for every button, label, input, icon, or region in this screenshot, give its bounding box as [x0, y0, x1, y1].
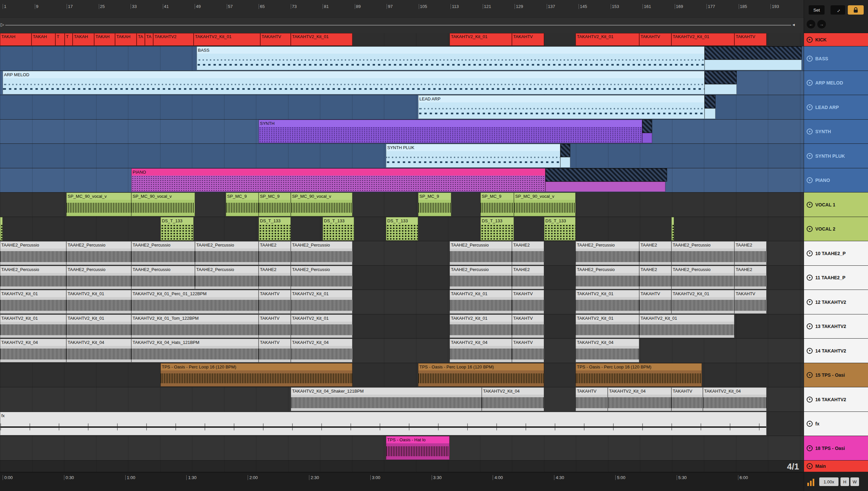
track-header-piano[interactable]: ▾PIANO — [804, 168, 868, 193]
clip[interactable]: fx — [0, 412, 766, 435]
clip[interactable]: SP_MC_9 — [259, 193, 291, 216]
clip[interactable]: SP_MC_90_vocal_v — [66, 193, 131, 216]
track-lane-vocal-1[interactable]: SP_MC_90_vocal_vSP_MC_90_vocal_vSP_MC_9S… — [0, 193, 804, 217]
clip[interactable]: TAKAHTV2_Kit_01 — [575, 290, 639, 314]
clip[interactable]: TAAHE2_Percussio — [291, 241, 352, 265]
clip[interactable]: SP_MC_9 — [418, 193, 451, 216]
clip[interactable] — [705, 71, 737, 84]
clip[interactable]: DS_T_133 — [544, 217, 575, 240]
clip[interactable]: TAKAHTV — [259, 314, 291, 338]
clip[interactable]: TAAHE2_Percussio — [131, 241, 195, 265]
track-header-lead-arp[interactable]: ▾LEAD ARP — [804, 95, 868, 120]
clip[interactable]: TAKAH — [94, 33, 115, 46]
track-lane-13-takahtv2[interactable]: TAKAHTV2_Kit_01TAKAHTV2_Kit_01TAKAHTV2_K… — [0, 314, 804, 339]
track-lane-arp-melod[interactable]: ARP MELOD — [0, 71, 804, 95]
track-lane-18-tps-oasi[interactable]: TPS - Oasis - Hat lo — [0, 436, 804, 461]
clip[interactable]: TAKAH — [115, 33, 137, 46]
clip[interactable]: DS_T_133 — [481, 217, 514, 240]
clip[interactable]: SP_MC_90_vocal_v — [131, 193, 195, 216]
clip[interactable]: DS_T_133 — [259, 217, 291, 240]
clip[interactable]: LEAD ARP — [418, 95, 705, 119]
clip[interactable] — [560, 144, 570, 157]
clip[interactable]: TAKAHTV — [671, 387, 703, 411]
clip[interactable]: TAKAHTV2_Kit_01 — [0, 290, 66, 314]
clip[interactable]: TAKAHTV2_Kit_01 — [291, 33, 352, 46]
lock-button[interactable] — [848, 5, 864, 15]
track-header-vocal-2[interactable]: ▾VOCAL 2 — [804, 217, 868, 241]
play-icon[interactable]: ▸ — [807, 37, 813, 43]
clip[interactable]: TAAHE2_Percussio — [575, 241, 639, 265]
clip[interactable]: DS_T_133 — [323, 217, 354, 240]
chevron-down-icon[interactable]: ▾ — [807, 445, 813, 451]
clip[interactable]: TAKAHTV — [259, 290, 291, 314]
clip[interactable]: BASS — [197, 47, 705, 70]
clip[interactable]: TAAHE2 — [259, 241, 291, 265]
clip[interactable] — [545, 181, 666, 192]
clip[interactable]: TAAHE2 — [512, 241, 544, 265]
clip[interactable]: TAAHE2 — [734, 241, 766, 265]
clip[interactable]: PIANO — [131, 168, 545, 192]
clip[interactable] — [705, 95, 715, 108]
clip[interactable]: SP_MC_90_vocal_v — [291, 193, 352, 216]
chevron-down-icon[interactable]: ▾ — [807, 202, 813, 208]
track-header-fx[interactable]: ▾fx — [804, 412, 868, 436]
clip[interactable] — [705, 84, 737, 94]
track-lane-synth[interactable]: SYNTH — [0, 120, 804, 144]
chevron-down-icon[interactable]: ▾ — [807, 251, 813, 256]
forward-button[interactable]: → — [817, 20, 826, 28]
track-lane-10-taahe2-p[interactable]: TAAHE2_PercussioTAAHE2_PercussioTAAHE2_P… — [0, 241, 804, 266]
play-icon[interactable]: ▸ — [807, 463, 813, 469]
clip[interactable]: T — [65, 33, 73, 46]
h-button[interactable]: H — [840, 478, 849, 486]
zoom-level[interactable]: 1.00x — [819, 478, 839, 486]
track-lane-15-tps-oasi[interactable]: TPS - Oasis - Perc Loop 16 (120 BPM)TPS … — [0, 363, 804, 387]
track-header-12-takahtv2[interactable]: ▾12 TAKAHTV2 — [804, 290, 868, 314]
clip[interactable]: TAKAH — [0, 33, 31, 46]
track-lane-kick[interactable]: TAKAHTAKAHTTTAKAHTAKAHTAKAHTATATAKAHTV2T… — [0, 33, 804, 47]
clip[interactable]: TAKAHTV2_Kit_01_Tom_122BPM — [131, 314, 259, 338]
clip[interactable] — [642, 120, 652, 133]
clip[interactable] — [642, 133, 652, 143]
clip[interactable]: TAKAH — [31, 33, 55, 46]
track-lane-11-taahe2-p[interactable]: TAAHE2_PercussioTAAHE2_PercussioTAAHE2_P… — [0, 266, 804, 290]
clip[interactable]: TAAHE2_Percussio — [66, 241, 131, 265]
chevron-down-icon[interactable]: ▾ — [807, 80, 813, 86]
clip[interactable]: TAKAHTV2_Kit_01 — [66, 290, 131, 314]
clip[interactable]: TAKAHTV — [734, 33, 766, 46]
track-header-kick[interactable]: ▸KICK — [804, 33, 868, 47]
clip[interactable]: TAKAHTV2_Kit_01 — [450, 314, 512, 338]
clip[interactable]: TPS - Oasis - Hat lo — [386, 436, 450, 460]
track-header-14-takahtv2[interactable]: ▾14 TAKAHTV2 — [804, 339, 868, 363]
clip[interactable]: TAKAHTV2_Kit_01 — [194, 33, 260, 46]
clip[interactable]: SYNTH PLUK — [386, 144, 560, 168]
clip[interactable]: TAKAHTV2 — [153, 33, 194, 46]
track-header-10-taahe2-p[interactable]: ▾10 TAAHE2_P — [804, 241, 868, 266]
clip[interactable]: TAAHE2_Percussio — [195, 241, 259, 265]
scrub-area[interactable]: ▷ ◂ — [0, 17, 804, 33]
chevron-down-icon[interactable]: ▾ — [807, 372, 813, 378]
clip[interactable]: TAKAHTV2_Kit_04 — [608, 387, 671, 411]
clip[interactable]: TAKAHTV2_Kit_04 — [66, 339, 131, 363]
clip[interactable]: TAKAHTV — [512, 339, 544, 363]
chevron-down-icon[interactable]: ▾ — [807, 226, 813, 232]
clip[interactable] — [0, 217, 3, 240]
clip[interactable]: TAAHE2_Percussio — [291, 266, 352, 289]
track-lane-main[interactable] — [0, 461, 804, 472]
track-lane-12-takahtv2[interactable]: TAKAHTV2_Kit_01TAKAHTV2_Kit_01TAKAHTV2_K… — [0, 290, 804, 314]
clip[interactable]: TAKAHTV2_Kit_01 — [575, 33, 639, 46]
track-header-synth-pluk[interactable]: ▾SYNTH PLUK — [804, 144, 868, 168]
clip[interactable] — [560, 157, 570, 168]
track-header-11-taahe2-p[interactable]: ▾11 TAAHE2_P — [804, 266, 868, 290]
track-lane-synth-pluk[interactable]: SYNTH PLUK — [0, 144, 804, 168]
clip[interactable]: TAKAHTV — [512, 290, 544, 314]
clip[interactable]: TAKAHTV2_Kit_01 — [671, 290, 734, 314]
clip[interactable]: TAKAHTV2_Kit_01 — [450, 33, 512, 46]
clip[interactable]: TAKAHTV2_Kit_04 — [575, 339, 639, 363]
chevron-down-icon[interactable]: ▾ — [807, 348, 813, 354]
clip[interactable]: TAAHE2 — [639, 241, 671, 265]
clip[interactable]: TAKAHTV — [575, 387, 608, 411]
clip[interactable]: TAKAHTV2_Kit_04_Shaker_121BPM — [291, 387, 482, 411]
clip[interactable] — [705, 108, 715, 119]
chevron-down-icon[interactable]: ▾ — [807, 177, 813, 183]
clip[interactable]: TPS - Oasis - Perc Loop 16 (120 BPM) — [418, 363, 544, 387]
